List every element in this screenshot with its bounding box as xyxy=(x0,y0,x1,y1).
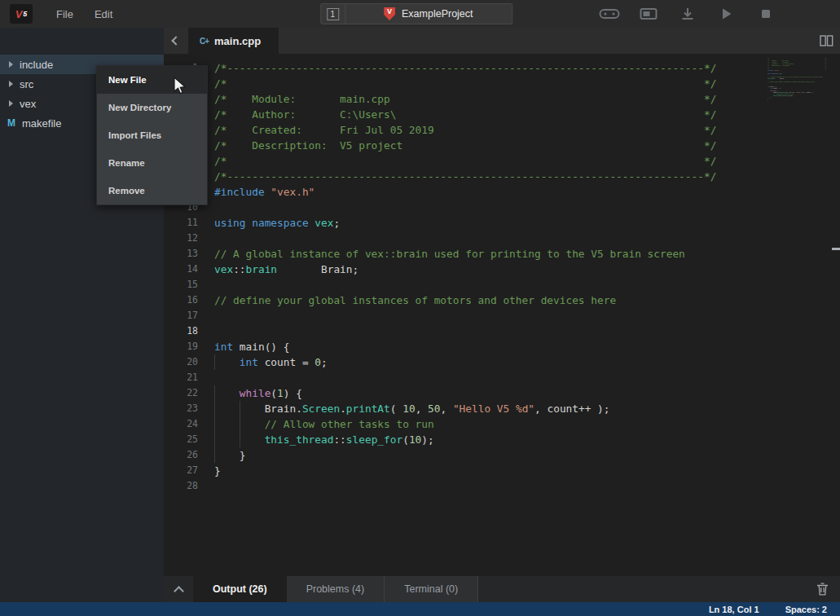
context-menu-item-new-file[interactable]: New File xyxy=(97,66,207,94)
code-line-14[interactable]: 14vex::brain Brain; xyxy=(164,262,840,277)
line-number[interactable]: 26 xyxy=(164,447,198,463)
line-text: } xyxy=(214,463,221,478)
code-line-12[interactable]: 12 xyxy=(164,231,840,246)
line-number[interactable]: 21 xyxy=(164,370,198,385)
context-menu: New FileNew DirectoryImport FilesRenameR… xyxy=(96,65,208,205)
status-bar: Ln 18, Col 1Spaces: 2 xyxy=(0,602,840,616)
bottom-panel-bar: Output (26)Problems (4)Terminal (0) xyxy=(164,576,840,602)
menu-file[interactable]: File xyxy=(46,2,84,27)
line-number[interactable]: 15 xyxy=(164,277,198,293)
chevron-right-icon xyxy=(9,100,13,107)
code-area[interactable]: 1/*-------------------------------------… xyxy=(164,54,840,494)
tree-item-label: include xyxy=(20,59,53,71)
line-number[interactable]: 12 xyxy=(164,231,198,246)
status-cursor-position[interactable]: Ln 18, Col 1 xyxy=(709,605,759,614)
line-text: // Allow other tasks to run xyxy=(214,416,434,432)
line-number[interactable]: 25 xyxy=(164,432,198,447)
status-indent-setting[interactable]: Spaces: 2 xyxy=(785,605,827,614)
line-text: vex::brain Brain; xyxy=(214,262,358,277)
code-line-15[interactable]: 15 xyxy=(164,277,840,293)
code-line-6[interactable]: 6/* Description: V5 project */ xyxy=(164,138,840,153)
line-text: /*--------------------------------------… xyxy=(214,169,716,184)
brain-screen-icon[interactable] xyxy=(638,7,659,21)
line-number[interactable]: 19 xyxy=(164,339,198,354)
line-number[interactable]: 24 xyxy=(164,416,198,432)
slot-number: 1 xyxy=(327,8,339,20)
line-number[interactable]: 28 xyxy=(164,478,198,494)
tree-item-label: makefile xyxy=(22,117,61,130)
code-line-24[interactable]: 24 // Allow other tasks to run xyxy=(164,416,840,432)
line-number[interactable]: 16 xyxy=(164,293,198,308)
clear-output-button[interactable] xyxy=(816,576,840,602)
code-line-10[interactable]: 10 xyxy=(164,200,840,215)
line-text: this_thread::sleep_for(10); xyxy=(767,95,794,97)
play-icon[interactable] xyxy=(716,7,737,21)
code-line-1[interactable]: 1/*-------------------------------------… xyxy=(164,60,840,76)
line-number[interactable]: 23 xyxy=(164,401,198,416)
cpp-file-icon: C+ xyxy=(200,37,209,46)
line-text: /* */ xyxy=(214,153,716,169)
line-number[interactable]: 13 xyxy=(164,246,198,262)
panel-tab-output[interactable]: Output (26) xyxy=(193,576,287,602)
tab-main-cpp[interactable]: C+ main.cpp xyxy=(188,28,279,54)
code-line-16[interactable]: 16// define your global instances of mot… xyxy=(164,293,840,308)
trash-icon xyxy=(816,583,829,596)
stop-icon[interactable] xyxy=(755,7,776,21)
line-text: while(1) { xyxy=(214,385,302,401)
code-editor[interactable]: 1/*-------------------------------------… xyxy=(164,54,840,576)
line-number[interactable]: 22 xyxy=(164,385,198,401)
code-line-26[interactable]: 26 } xyxy=(164,447,840,463)
code-line-4[interactable]: 4/* Author: C:\Users\ */ xyxy=(164,107,840,122)
code-line-21[interactable]: 21 xyxy=(164,370,840,385)
line-text: this_thread::sleep_for(10); xyxy=(214,432,434,447)
scrollbar-handle[interactable] xyxy=(832,248,840,250)
line-number[interactable]: 27 xyxy=(164,463,198,478)
context-menu-item-remove[interactable]: Remove xyxy=(97,177,207,205)
code-line-27[interactable]: 27} xyxy=(164,463,840,478)
code-line-23[interactable]: 23 Brain.Screen.printAt( 10, 50, "Hello … xyxy=(164,401,840,416)
code-line-28[interactable]: 28 xyxy=(164,478,840,494)
makefile-icon: M xyxy=(7,117,17,129)
code-line-13[interactable]: 13// A global instance of vex::brain use… xyxy=(164,246,840,262)
menu-edit[interactable]: Edit xyxy=(84,2,123,27)
code-line-8[interactable]: 8/*-------------------------------------… xyxy=(164,169,840,184)
line-text: } xyxy=(767,99,768,100)
code-line-9[interactable]: 9#include "vex.h" xyxy=(164,184,840,200)
code-line-5[interactable]: 5/* Created: Fri Jul 05 2019 */ xyxy=(164,122,840,138)
controller-icon[interactable] xyxy=(599,7,620,21)
context-menu-item-rename[interactable]: Rename xyxy=(97,149,207,177)
device-toolbar xyxy=(599,7,840,21)
code-line-20[interactable]: 20 int count = 0; xyxy=(164,354,840,370)
line-number[interactable]: 14 xyxy=(164,262,198,277)
minimap[interactable]: /*--------------------------------------… xyxy=(765,57,827,112)
line-number[interactable]: 11 xyxy=(164,215,198,231)
chevron-left-icon xyxy=(171,36,180,45)
panel-tab-terminal[interactable]: Terminal (0) xyxy=(385,576,478,602)
code-line-3[interactable]: 3/* Module: main.cpp */ xyxy=(164,91,840,107)
back-button[interactable] xyxy=(164,28,188,54)
line-number[interactable]: 20 xyxy=(164,354,198,370)
code-line-7[interactable]: 7/* */ xyxy=(164,153,840,169)
line-text: /* Description: V5 project */ xyxy=(214,138,716,153)
code-line-19[interactable]: 19int main() { xyxy=(164,339,840,354)
panel-tab-problems[interactable]: Problems (4) xyxy=(287,576,385,602)
code-line-18[interactable]: 18 xyxy=(164,323,840,339)
chevron-right-icon xyxy=(9,81,13,87)
panel-expand-button[interactable] xyxy=(164,576,193,602)
slot-indicator[interactable]: 1 xyxy=(321,4,345,24)
context-menu-item-new-directory[interactable]: New Directory xyxy=(97,94,207,121)
line-text: /*--------------------------------------… xyxy=(214,60,716,76)
code-line-25[interactable]: 25 this_thread::sleep_for(10); xyxy=(164,432,840,447)
split-editor-button[interactable] xyxy=(820,35,833,46)
line-text: // define your global instances of motor… xyxy=(767,81,815,82)
line-number[interactable]: 18 xyxy=(164,323,198,339)
code-line-17[interactable]: 17 xyxy=(164,308,840,323)
context-menu-item-import-files[interactable]: Import Files xyxy=(97,121,207,149)
line-text: /* Module: main.cpp */ xyxy=(214,91,716,107)
line-number[interactable]: 17 xyxy=(164,308,198,323)
download-icon[interactable] xyxy=(677,7,698,21)
code-line-11[interactable]: 11using namespace vex; xyxy=(164,215,840,231)
code-line-2[interactable]: 2/* */ xyxy=(164,76,840,91)
code-line-22[interactable]: 22 while(1) { xyxy=(164,385,840,401)
panel-tabs: Output (26)Problems (4)Terminal (0) xyxy=(193,576,478,602)
